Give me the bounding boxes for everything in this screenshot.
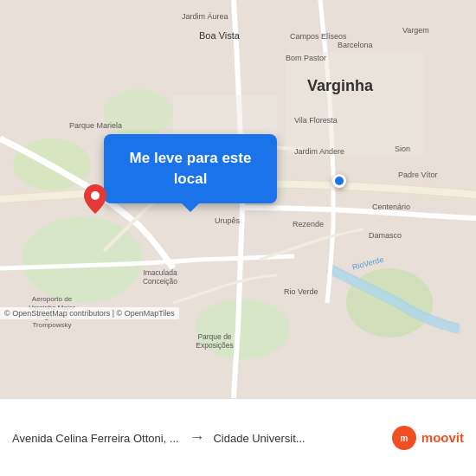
svg-text:Aeroporto de: Aeroporto de [32,295,73,303]
map-container: Jardim Áurea Boa Vista Campos Elíseos Va… [0,0,476,398]
svg-point-35 [91,191,100,200]
navigation-tooltip[interactable]: Me leve para este local [104,134,277,203]
origin-dot [332,174,346,188]
route-to-text: Cidade Universit... [213,432,305,445]
map-attribution: © OpenStreetMap contributors | © OpenMap… [0,307,179,319]
svg-text:Vargem: Vargem [402,26,429,35]
svg-text:Centenário: Centenário [372,203,410,211]
svg-text:Sion: Sion [395,145,410,153]
svg-text:Exposições: Exposições [196,341,233,350]
svg-text:Campos Elíseos: Campos Elíseos [290,32,347,41]
svg-text:Trompowsky: Trompowsky [32,321,71,329]
svg-point-2 [195,299,290,359]
moovit-logo: m moovit [392,426,464,450]
svg-text:Vila Floresta: Vila Floresta [294,116,338,125]
svg-text:Rio Verde: Rio Verde [284,287,318,296]
bottom-bar: Avenida Celina Ferreira Ottoni, ... → Ci… [0,398,476,476]
svg-text:Conceição: Conceição [143,277,177,286]
destination-pin [84,184,106,214]
arrow-icon: → [189,428,204,447]
svg-text:Padre Vítor: Padre Vítor [398,170,438,179]
svg-text:Damasco: Damasco [369,231,402,240]
svg-text:Boa Vista: Boa Vista [199,30,241,41]
svg-text:Varginha: Varginha [307,77,374,94]
route-from: Avenida Celina Ferreira Ottoni, ... [12,430,180,446]
svg-text:Parque Mariela: Parque Mariela [69,121,122,130]
svg-text:Parque de: Parque de [197,332,231,341]
svg-text:m: m [400,434,408,443]
svg-text:Jardim Áurea: Jardim Áurea [182,12,228,21]
tooltip-text: Me leve para este local [130,150,252,187]
svg-text:Urupês: Urupês [215,216,241,225]
svg-text:Jardim Andere: Jardim Andere [294,147,344,156]
svg-text:Barcelona: Barcelona [338,41,373,49]
svg-text:Imaculada: Imaculada [143,268,177,277]
route-from-text: Avenida Celina Ferreira Ottoni, ... [12,432,179,445]
svg-text:Bom Pastor: Bom Pastor [286,54,326,62]
svg-rect-6 [286,52,424,156]
route-to: Cidade Universit... [213,430,381,446]
moovit-logo-icon: m [392,426,416,450]
svg-text:Rezende: Rezende [293,220,324,228]
moovit-logo-text: moovit [421,430,464,445]
